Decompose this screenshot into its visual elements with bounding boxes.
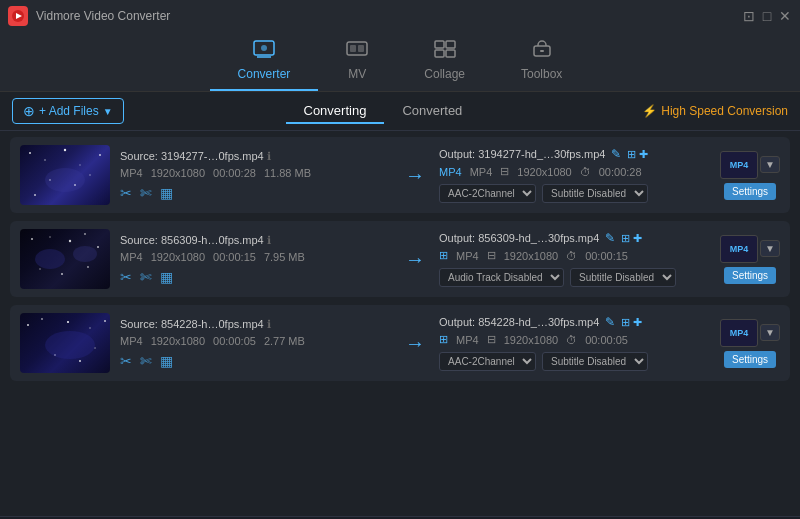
effect-icon-2[interactable]: ▦ bbox=[160, 269, 173, 285]
audio-dropdown-3[interactable]: AAC-2Channel bbox=[439, 352, 536, 371]
svg-point-36 bbox=[67, 321, 69, 323]
high-speed-conversion[interactable]: ⚡ High Speed Conversion bbox=[642, 104, 788, 118]
plus-icon: ⊕ bbox=[23, 103, 35, 119]
toolbar-left: ⊕ + Add Files ▼ bbox=[12, 98, 124, 124]
format-dropdown-3[interactable]: ▼ bbox=[760, 324, 780, 341]
close-button[interactable]: ✕ bbox=[778, 9, 792, 23]
file-meta-1: MP4 1920x1080 00:00:28 11.88 MB bbox=[120, 167, 391, 179]
effect-icon-1[interactable]: ▦ bbox=[160, 185, 173, 201]
trim-icon-1[interactable]: ✄ bbox=[140, 185, 152, 201]
resolution-2: 1920x1080 bbox=[151, 251, 205, 263]
edit-icon-1[interactable]: ✎ bbox=[611, 147, 621, 161]
file-list: Source: 3194277-…0fps.mp4 ℹ MP4 1920x108… bbox=[0, 131, 800, 516]
format-dropdown-1[interactable]: ▼ bbox=[760, 156, 780, 173]
svg-point-27 bbox=[84, 233, 86, 235]
cut-icon-3[interactable]: ✂ bbox=[120, 353, 132, 369]
converted-tab[interactable]: Converted bbox=[384, 99, 480, 124]
clock-icon-2: ⏱ bbox=[566, 250, 577, 262]
file-thumbnail-2 bbox=[20, 229, 110, 289]
svg-point-35 bbox=[41, 318, 43, 320]
svg-point-15 bbox=[44, 159, 46, 161]
info-icon-1: ℹ bbox=[267, 150, 271, 162]
trim-icon-3[interactable]: ✄ bbox=[140, 353, 152, 369]
subtitle-dropdown-2[interactable]: Subtitle Disabled bbox=[570, 268, 676, 287]
file-thumbnail-3 bbox=[20, 313, 110, 373]
file-info-1: Source: 3194277-…0fps.mp4 ℹ MP4 1920x108… bbox=[120, 150, 391, 201]
cut-icon-2[interactable]: ✂ bbox=[120, 269, 132, 285]
file-source-3: Source: 854228-h…0fps.mp4 ℹ bbox=[120, 318, 391, 331]
out-format-1: MP4 bbox=[439, 166, 462, 178]
output-dropdowns-2: Audio Track Disabled Subtitle Disabled bbox=[439, 268, 710, 287]
output-icons-1: ⊞ ✚ bbox=[627, 148, 648, 161]
audio-dropdown-1[interactable]: AAC-2Channel bbox=[439, 184, 536, 203]
svg-point-21 bbox=[89, 174, 91, 176]
output-info-2: Output: 856309-hd_…30fps.mp4 ✎ ⊞ ✚ ⊞ MP4… bbox=[439, 231, 710, 287]
arrow-icon-1: → bbox=[405, 164, 425, 187]
audio-dropdown-2[interactable]: Audio Track Disabled bbox=[439, 268, 564, 287]
collage-icon bbox=[434, 40, 456, 63]
cut-icon-1[interactable]: ✂ bbox=[120, 185, 132, 201]
file-info-2: Source: 856309-h…0fps.mp4 ℹ MP4 1920x108… bbox=[120, 234, 391, 285]
tab-collage[interactable]: Collage bbox=[396, 32, 493, 91]
minimize-button[interactable]: ⊡ bbox=[742, 9, 756, 23]
res-icon-1: ⊟ bbox=[500, 165, 509, 178]
format-thumb-2: MP4 bbox=[720, 235, 758, 263]
svg-rect-10 bbox=[435, 50, 444, 57]
tab-toolbox[interactable]: Toolbox bbox=[493, 32, 590, 91]
out-format-icon-3: ⊞ bbox=[439, 333, 448, 346]
svg-point-22 bbox=[34, 194, 36, 196]
size-1: 11.88 MB bbox=[264, 167, 311, 179]
settings-button-3[interactable]: Settings bbox=[724, 351, 776, 368]
file-item-3: Source: 854228-h…0fps.mp4 ℹ MP4 1920x108… bbox=[10, 305, 790, 381]
effect-icon-3[interactable]: ▦ bbox=[160, 353, 173, 369]
output-info-3: Output: 854228-hd_…30fps.mp4 ✎ ⊞ ✚ ⊞ MP4… bbox=[439, 315, 710, 371]
convert-tabs: Converting Converted bbox=[286, 99, 481, 124]
svg-point-32 bbox=[35, 249, 65, 269]
resolution-1: 1920x1080 bbox=[151, 167, 205, 179]
subtitle-dropdown-1[interactable]: Subtitle Disabled bbox=[542, 184, 648, 203]
svg-rect-9 bbox=[446, 41, 455, 48]
bolt-icon: ⚡ bbox=[642, 104, 657, 118]
svg-rect-13 bbox=[540, 50, 544, 52]
duration-1: 00:00:28 bbox=[213, 167, 256, 179]
file-item-1: Source: 3194277-…0fps.mp4 ℹ MP4 1920x108… bbox=[10, 137, 790, 213]
tab-collage-label: Collage bbox=[424, 67, 465, 81]
subtitle-dropdown-3[interactable]: Subtitle Disabled bbox=[542, 352, 648, 371]
nav-tabs: Converter MV Collage bbox=[0, 32, 800, 92]
format-3: MP4 bbox=[120, 335, 143, 347]
size-2: 7.95 MB bbox=[264, 251, 305, 263]
converting-tab[interactable]: Converting bbox=[286, 99, 385, 124]
settings-col-2: MP4 ▼ Settings bbox=[720, 235, 780, 284]
maximize-button[interactable]: □ bbox=[760, 9, 774, 23]
edit-icon-3[interactable]: ✎ bbox=[605, 315, 615, 329]
settings-col-1: MP4 ▼ Settings bbox=[720, 151, 780, 200]
format-dropdown-2[interactable]: ▼ bbox=[760, 240, 780, 257]
settings-button-2[interactable]: Settings bbox=[724, 267, 776, 284]
toolbox-icon bbox=[531, 40, 553, 63]
svg-point-16 bbox=[64, 149, 66, 151]
tab-converter[interactable]: Converter bbox=[210, 32, 319, 91]
output-filename-2: Output: 856309-hd_…30fps.mp4 ✎ ⊞ ✚ bbox=[439, 231, 710, 245]
svg-rect-8 bbox=[435, 41, 444, 48]
file-actions-2: ✂ ✄ ▦ bbox=[120, 269, 391, 285]
settings-button-1[interactable]: Settings bbox=[724, 183, 776, 200]
output-filename-3: Output: 854228-hd_…30fps.mp4 ✎ ⊞ ✚ bbox=[439, 315, 710, 329]
title-bar: Vidmore Video Converter ⊡ □ ✕ bbox=[0, 0, 800, 32]
trim-icon-2[interactable]: ✄ bbox=[140, 269, 152, 285]
high-speed-label: High Speed Conversion bbox=[661, 104, 788, 118]
tab-mv-label: MV bbox=[348, 67, 366, 81]
svg-point-28 bbox=[97, 246, 99, 248]
add-files-label: + Add Files bbox=[39, 104, 99, 118]
mv-icon bbox=[346, 40, 368, 63]
edit-icon-2[interactable]: ✎ bbox=[605, 231, 615, 245]
add-files-button[interactable]: ⊕ + Add Files ▼ bbox=[12, 98, 124, 124]
tab-converter-label: Converter bbox=[238, 67, 291, 81]
file-thumbnail-1 bbox=[20, 145, 110, 205]
tab-mv[interactable]: MV bbox=[318, 32, 396, 91]
output-info-1: Output: 3194277-hd_…30fps.mp4 ✎ ⊞ ✚ MP4 … bbox=[439, 147, 710, 203]
svg-point-34 bbox=[27, 324, 29, 326]
app-logo bbox=[8, 6, 28, 26]
svg-point-33 bbox=[73, 246, 97, 262]
file-meta-3: MP4 1920x1080 00:00:05 2.77 MB bbox=[120, 335, 391, 347]
svg-point-30 bbox=[61, 273, 63, 275]
